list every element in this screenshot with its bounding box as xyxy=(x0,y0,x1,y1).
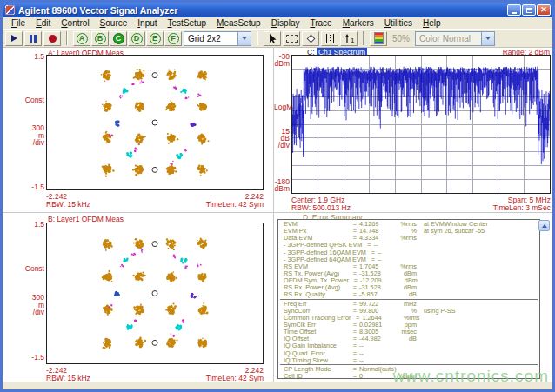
scroll-up-button[interactable] xyxy=(538,220,550,231)
status-bar xyxy=(3,382,552,388)
trace-c-rbw-label: RBW: 500.013 Hz xyxy=(291,203,351,212)
zoom-box-icon xyxy=(286,35,298,43)
trace-c-ymin-label: -180 dBm xyxy=(274,178,290,192)
menu-testsetup[interactable]: TestSetup xyxy=(163,18,211,28)
trace-a-format-label: Const xyxy=(4,96,44,104)
maximize-icon xyxy=(526,8,532,13)
record-icon xyxy=(49,35,57,43)
menu-source[interactable]: Source xyxy=(95,18,133,28)
summary-row: IQ Timing Skew=-- xyxy=(284,357,539,364)
marker-to-peak-button[interactable]: 1 xyxy=(340,31,358,46)
trace-c-scale-label: 15 dB /div xyxy=(274,128,290,149)
colorbar-icon xyxy=(374,32,384,44)
window-title: Agilent 89600 Vector Signal Analyzer xyxy=(18,5,507,16)
trace-letter-d: D xyxy=(131,33,143,44)
trace-c-ymax-label: -30 dBm xyxy=(274,53,290,67)
error-summary-body: EVM=4.1269%rmsat EVMWindow CenterEVM Pk=… xyxy=(284,221,539,379)
play-button[interactable] xyxy=(5,31,23,46)
marker-button[interactable] xyxy=(302,31,319,46)
summary-row: RS Rx. Quality=-5.857dB xyxy=(284,291,539,298)
trace-a-panel: A: Layer0 OFDM Meas 1.5 Const 300 m /div… xyxy=(3,48,274,213)
app-icon xyxy=(5,5,15,15)
trace-letter-f: F xyxy=(168,33,179,44)
menu-display[interactable]: Display xyxy=(266,18,305,28)
menu-control[interactable]: Control xyxy=(56,18,94,28)
menu-input[interactable]: Input xyxy=(132,18,162,28)
minimize-button[interactable] xyxy=(507,4,521,16)
trace-button-a[interactable]: A xyxy=(73,31,90,46)
trace-b-plot-area[interactable] xyxy=(46,223,264,364)
summary-row: Cell ID=0(auto) xyxy=(284,373,539,379)
toolbar-separator xyxy=(66,31,68,45)
menu-file[interactable]: File xyxy=(6,18,30,28)
minimize-icon xyxy=(512,12,517,14)
trace-b-ymax-label: 1.5 xyxy=(4,221,44,229)
trace-c-spectrum xyxy=(292,56,550,193)
toolbar-separator xyxy=(363,31,364,45)
window-controls: ✕ xyxy=(507,4,551,16)
close-button[interactable]: ✕ xyxy=(537,4,551,16)
chevron-down-icon[interactable] xyxy=(237,32,251,45)
trace-a-scale-label: 300 m /div xyxy=(4,124,44,147)
menu-edit[interactable]: Edit xyxy=(30,18,56,28)
menu-bar: FileEditControlSourceInputTestSetupMeasS… xyxy=(3,17,552,30)
trace-button-c[interactable]: C xyxy=(110,31,127,46)
trace-c-timelen-label: TimeLen: 3 mSec xyxy=(493,203,551,212)
trace-b-scale-label: 300 m /div xyxy=(4,294,44,316)
trace-letter-e: E xyxy=(150,33,161,44)
trace-c-panel: C: Ch1 Spectrum Range: 2 dBm -30 dBm Log… xyxy=(274,48,552,213)
trace-b-ymin-label: -1.5 xyxy=(4,354,44,362)
trace-letter-a: A xyxy=(77,33,88,44)
trace-d-panel: D: Error Summary EVM=4.1269%rmsat EVMWin… xyxy=(274,213,552,382)
marker-to-peak-icon: 1 xyxy=(344,33,355,44)
trace-b-constellation xyxy=(47,223,263,363)
pause-icon xyxy=(30,35,37,43)
color-zoom-percent: 50% xyxy=(389,34,413,43)
trace-grid: A: Layer0 OFDM Meas 1.5 Const 300 m /div… xyxy=(3,48,552,382)
trace-button-e[interactable]: E xyxy=(146,31,164,46)
trace-button-b[interactable]: B xyxy=(91,31,109,46)
color-mode-value: Color Normal xyxy=(416,32,481,45)
menu-trace[interactable]: Trace xyxy=(304,18,337,28)
zoom-box-button[interactable] xyxy=(283,31,300,46)
trace-c-plot-area[interactable] xyxy=(291,55,551,194)
band-marker-button[interactable] xyxy=(321,31,338,46)
trace-a-timelen-label: TimeLen: 42 Sym xyxy=(206,200,264,209)
trace-button-f[interactable]: F xyxy=(164,31,182,46)
trace-a-constellation xyxy=(47,56,263,189)
menu-meassetup[interactable]: MeasSetup xyxy=(211,18,266,28)
trace-a-rbw-label: RBW: 15 kHz xyxy=(46,200,90,209)
toolbar-separator xyxy=(257,31,258,45)
trace-a-ymax-label: 1.5 xyxy=(4,53,44,61)
app-window: Agilent 89600 Vector Signal Analyzer ✕ F… xyxy=(0,0,555,392)
play-icon xyxy=(11,35,17,42)
trace-b-rbw-label: RBW: 15 kHz xyxy=(46,374,90,382)
marker-diamond-icon xyxy=(306,34,315,43)
trace-letter-b: B xyxy=(95,33,106,44)
trace-b-panel: B: Layer1 OFDM Meas 1.5 Const 300 m /div… xyxy=(3,213,274,382)
trace-b-timelen-label: TimeLen: 42 Sym xyxy=(206,374,264,382)
menu-help[interactable]: Help xyxy=(418,18,446,28)
trace-b-format-label: Const xyxy=(4,265,44,273)
title-bar: Agilent 89600 Vector Signal Analyzer ✕ xyxy=(3,3,552,17)
pointer-tool-button[interactable] xyxy=(264,31,281,46)
spectrogram-color-button[interactable] xyxy=(370,31,387,46)
grid-layout-select[interactable]: Grid 2x2 xyxy=(184,31,251,46)
toolbar: ABCDEF Grid 2x2 1 50% xyxy=(3,30,552,48)
trace-letter-c: C xyxy=(113,33,124,44)
grid-layout-value: Grid 2x2 xyxy=(184,32,237,45)
trace-a-ymin-label: -1.5 xyxy=(4,183,44,191)
svg-text:1: 1 xyxy=(351,37,355,44)
menu-utilities[interactable]: Utilities xyxy=(379,18,418,28)
band-marker-icon xyxy=(324,33,336,44)
trace-a-plot-area[interactable] xyxy=(46,55,264,190)
chevron-down-icon[interactable] xyxy=(481,32,494,45)
trace-c-format-label: LogMag xyxy=(274,103,290,110)
pointer-icon xyxy=(267,33,278,44)
menu-markers[interactable]: Markers xyxy=(338,18,379,28)
maximize-button[interactable] xyxy=(522,4,536,16)
record-button[interactable] xyxy=(43,31,61,46)
trace-button-d[interactable]: D xyxy=(128,31,145,46)
pause-button[interactable] xyxy=(24,31,42,46)
color-mode-select[interactable]: Color Normal xyxy=(415,31,495,46)
